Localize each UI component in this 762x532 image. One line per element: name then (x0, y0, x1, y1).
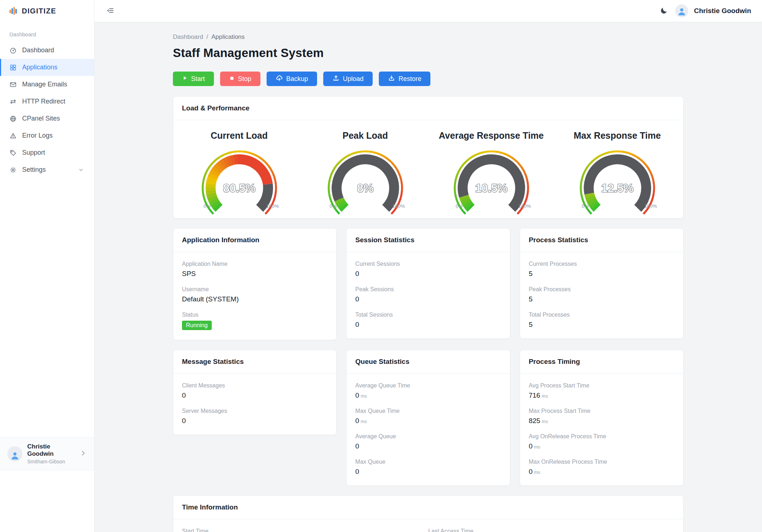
field-server-messages: Server Messages0 (182, 408, 328, 425)
field-status: StatusRunning (182, 312, 328, 330)
content: Dashboard / Applications Staff Managemen… (94, 22, 762, 532)
page-title: Staff Management System (173, 46, 684, 60)
field-value: 5 (529, 295, 674, 303)
sidebar-toggle-button[interactable] (105, 5, 115, 17)
sidebar-item-label: CPanel Sites (22, 115, 60, 122)
field-value: 5 (529, 321, 674, 329)
field-value-text: 825 (529, 417, 540, 425)
sidebar-item-settings[interactable]: Settings (0, 161, 94, 178)
sidebar-toggle-icon (107, 7, 114, 15)
backup-button[interactable]: Backup (267, 72, 317, 86)
gauge-max-label: 100% (266, 203, 279, 209)
field-average-queue: Average Queue0 (355, 433, 501, 450)
field-value: 0 (355, 270, 501, 278)
gauge-min-label: 0% (329, 203, 337, 209)
sidebar-item-label: Applications (22, 64, 57, 71)
breadcrumb-applications[interactable]: Applications (211, 33, 245, 41)
field-value-text: 0 (182, 391, 186, 399)
field-max-queue: Max Queue0 (355, 459, 501, 476)
sidebar-user-card[interactable]: Christie Goodwin Smitham-Gibson (0, 437, 94, 470)
field-avg-process-start-time: Avg Process Start Time716ms (529, 382, 674, 399)
topbar-avatar[interactable] (675, 4, 688, 17)
field-max-onrelease-process-time: Max OnRelease Process Time0ms (529, 459, 674, 476)
restore-button[interactable]: Restore (379, 72, 430, 86)
cpanel-sites-icon (9, 115, 17, 122)
dark-mode-button[interactable] (658, 5, 669, 17)
sidebar: DIGITIZE Dashboard DashboardApplications… (0, 0, 94, 532)
field-value: 0 (355, 442, 501, 450)
sidebar-item-http-redirect[interactable]: HTTP Redirect (0, 93, 94, 110)
field-last-access-time: Last Access TimeNov 18, 2025 02:47:08 (428, 528, 674, 532)
field-value: 0 (355, 295, 501, 303)
topbar: Christie Goodwin (94, 0, 762, 22)
sidebar-item-cpanel-sites[interactable]: CPanel Sites (0, 110, 94, 127)
gauge-chart: 80.5%0%100% (185, 141, 294, 215)
field-value-text: 716 (529, 391, 540, 399)
support-icon (9, 149, 17, 157)
sidebar-item-support[interactable]: Support (0, 144, 94, 161)
card-body: Application NameSPSUsernameDefault (SYST… (173, 252, 336, 340)
field-label: Last Access Time (428, 528, 674, 532)
field-value: Default (SYSTEM) (182, 295, 328, 303)
field-value: SPS (182, 270, 328, 278)
settings-icon (9, 166, 17, 174)
time-information-card: Time Information Start TimeNov 18, 2025 … (173, 495, 684, 532)
field-label: Max Queue (355, 459, 501, 465)
field-peak-processes: Peak Processes5 (529, 286, 674, 303)
field-application-name: Application NameSPS (182, 261, 328, 278)
sidebar-user-avatar (7, 446, 23, 462)
gauge-title: Current Load (211, 130, 268, 141)
field-value: 716ms (529, 391, 674, 399)
message-statistics-card: Message StatisticsClient Messages0Server… (173, 350, 337, 435)
gauge-max-label: 100% (392, 203, 405, 209)
field-value-text: 5 (529, 321, 533, 328)
breadcrumb-dashboard[interactable]: Dashboard (173, 33, 203, 41)
moon-icon (660, 7, 668, 16)
field-label: Peak Sessions (355, 286, 501, 293)
sidebar-nav: DashboardApplicationsManage EmailsHTTP R… (0, 42, 94, 178)
status-badge: Running (182, 321, 212, 330)
field-value-text: 0 (529, 442, 533, 450)
field-value: 0 (182, 391, 328, 399)
start-button[interactable]: Start (173, 72, 214, 86)
sidebar-item-label: Dashboard (22, 46, 54, 54)
field-label: Current Processes (529, 261, 674, 267)
stat-cards-grid: Application InformationApplication NameS… (173, 228, 684, 486)
process-timing-card: Process TimingAvg Process Start Time716m… (520, 350, 684, 486)
sidebar-item-applications[interactable]: Applications (0, 59, 94, 76)
field-label: Avg Process Start Time (529, 382, 674, 389)
sidebar-item-error-logs[interactable]: Error Logs (0, 127, 94, 144)
sidebar-item-dashboard[interactable]: Dashboard (0, 42, 94, 59)
field-label: Max Queue Time (355, 408, 501, 414)
button-label: Backup (286, 75, 308, 83)
field-value: 0 (355, 321, 501, 329)
field-value: 0ms (355, 391, 501, 399)
gauge-title: Max Response Time (574, 130, 661, 141)
stop-button[interactable]: Stop (220, 72, 260, 86)
field-value-text: Default (SYSTEM) (182, 295, 239, 303)
field-label: Avg OnRelease Process Time (529, 433, 674, 440)
brand-logo[interactable]: DIGITIZE (0, 0, 94, 22)
chevron-right-icon (80, 450, 87, 458)
sidebar-user-org: Smitham-Gibson (27, 459, 75, 464)
card-title: Application Information (173, 228, 336, 252)
upload-button[interactable]: Upload (323, 72, 373, 86)
sidebar-item-manage-emails[interactable]: Manage Emails (0, 76, 94, 93)
field-total-sessions: Total Sessions0 (355, 312, 501, 329)
gauge-chart: 10.5%0%100% (437, 141, 546, 215)
stop-icon (229, 75, 235, 83)
dashboard-icon (9, 47, 17, 54)
chevron-right-icon[interactable] (80, 450, 87, 458)
gauge-min-label: 0% (455, 203, 463, 209)
person-icon (10, 451, 20, 462)
field-value-text: 5 (529, 270, 533, 277)
field-label: Average Queue Time (355, 382, 501, 389)
field-label: Peak Processes (529, 286, 674, 293)
field-label: Current Sessions (355, 261, 501, 267)
card-title: Session Statistics (346, 228, 510, 252)
topbar-user-name[interactable]: Christie Goodwin (694, 7, 751, 15)
gauge-peak-load: Peak Load8%0%100% (311, 126, 420, 215)
gauge-min-label: 0% (581, 203, 589, 209)
field-unit: ms (534, 444, 540, 450)
application-information-card: Application InformationApplication NameS… (173, 228, 337, 340)
